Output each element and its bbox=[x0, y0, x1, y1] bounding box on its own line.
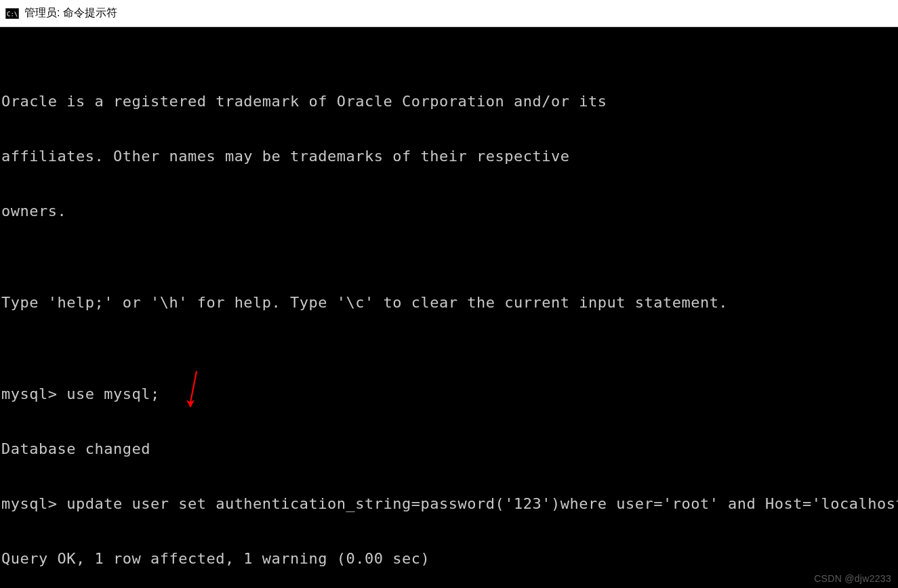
svg-text:C:\.: C:\. bbox=[7, 11, 19, 18]
terminal-line: Type 'help;' or '\h' for help. Type '\c'… bbox=[1, 293, 897, 312]
terminal-output[interactable]: Oracle is a registered trademark of Orac… bbox=[0, 27, 898, 588]
terminal-line: Query OK, 1 row affected, 1 warning (0.0… bbox=[1, 549, 897, 568]
window-title: 管理员: 命令提示符 bbox=[24, 6, 117, 20]
terminal-line: mysql> update user set authentication_st… bbox=[1, 495, 897, 513]
watermark-text: CSDN @djw2233 bbox=[814, 573, 891, 584]
terminal-line: Oracle is a registered trademark of Orac… bbox=[1, 92, 897, 110]
window-titlebar[interactable]: C:\. 管理员: 命令提示符 bbox=[0, 0, 898, 27]
terminal-line: Database changed bbox=[1, 440, 897, 458]
terminal-line: affiliates. Other names may be trademark… bbox=[1, 147, 897, 165]
cmd-app-icon: C:\. bbox=[5, 7, 19, 20]
terminal-line: owners. bbox=[1, 202, 897, 220]
terminal-line: mysql> use mysql; bbox=[1, 385, 897, 403]
